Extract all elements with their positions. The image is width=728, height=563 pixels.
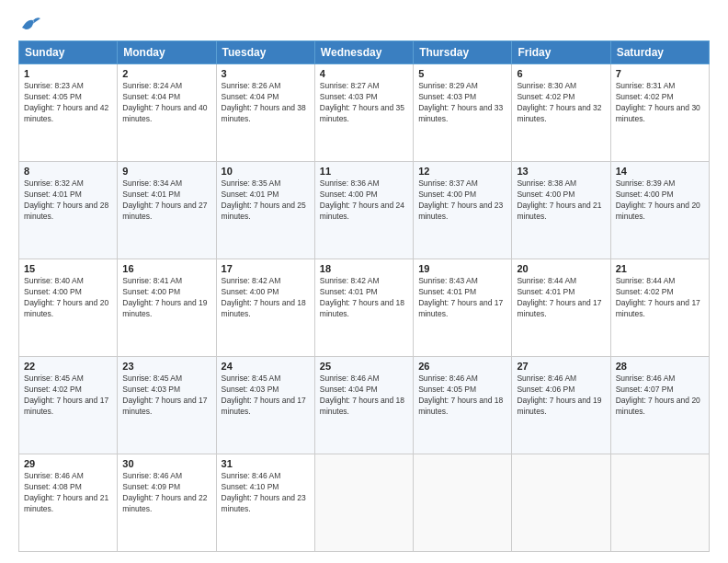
calendar-cell: 10Sunrise: 8:35 AMSunset: 4:01 PMDayligh…: [216, 162, 314, 259]
calendar-cell: 1Sunrise: 8:23 AMSunset: 4:05 PMDaylight…: [19, 64, 118, 162]
calendar-cell: 20Sunrise: 8:44 AMSunset: 4:01 PMDayligh…: [512, 259, 610, 357]
cell-text: Sunrise: 8:34 AMSunset: 4:01 PMDaylight:…: [122, 178, 207, 221]
day-number: 19: [418, 263, 506, 274]
cell-text: Sunrise: 8:24 AMSunset: 4:04 PMDaylight:…: [122, 81, 207, 123]
day-header-thursday: Thursday: [414, 41, 512, 64]
cell-text: Sunrise: 8:46 AMSunset: 4:07 PMDaylight:…: [616, 373, 700, 416]
cell-text: Sunrise: 8:27 AMSunset: 4:03 PMDaylight:…: [320, 81, 404, 123]
day-number: 5: [418, 68, 506, 79]
day-number: 2: [122, 68, 210, 79]
cell-text: Sunrise: 8:40 AMSunset: 4:00 PMDaylight:…: [24, 276, 108, 318]
calendar-cell: 9Sunrise: 8:34 AMSunset: 4:01 PMDaylight…: [118, 162, 216, 259]
day-number: 26: [418, 361, 506, 372]
day-number: 30: [122, 458, 210, 469]
day-number: 23: [122, 361, 210, 372]
calendar-cell: 27Sunrise: 8:46 AMSunset: 4:06 PMDayligh…: [512, 357, 610, 454]
cell-text: Sunrise: 8:32 AMSunset: 4:01 PMDaylight:…: [24, 178, 108, 221]
calendar-cell: 6Sunrise: 8:30 AMSunset: 4:02 PMDaylight…: [512, 64, 610, 162]
calendar-cell: 8Sunrise: 8:32 AMSunset: 4:01 PMDaylight…: [19, 162, 118, 259]
calendar-cell: [610, 454, 709, 552]
calendar-cell: 7Sunrise: 8:31 AMSunset: 4:02 PMDaylight…: [610, 64, 709, 162]
day-header-friday: Friday: [512, 41, 610, 64]
calendar-cell: 12Sunrise: 8:37 AMSunset: 4:00 PMDayligh…: [414, 162, 512, 259]
cell-text: Sunrise: 8:45 AMSunset: 4:03 PMDaylight:…: [222, 373, 306, 416]
day-number: 12: [418, 166, 506, 177]
day-number: 31: [222, 458, 310, 469]
day-number: 16: [122, 263, 210, 274]
calendar-cell: [512, 454, 610, 552]
calendar-cell: 18Sunrise: 8:42 AMSunset: 4:01 PMDayligh…: [314, 259, 413, 357]
cell-text: Sunrise: 8:29 AMSunset: 4:03 PMDaylight:…: [418, 81, 503, 123]
cell-text: Sunrise: 8:30 AMSunset: 4:02 PMDaylight:…: [517, 81, 601, 123]
calendar-week-3: 15Sunrise: 8:40 AMSunset: 4:00 PMDayligh…: [19, 259, 710, 357]
day-header-wednesday: Wednesday: [314, 41, 413, 64]
calendar-cell: 16Sunrise: 8:41 AMSunset: 4:00 PMDayligh…: [118, 259, 216, 357]
cell-text: Sunrise: 8:46 AMSunset: 4:08 PMDaylight:…: [24, 471, 108, 513]
calendar-cell: 5Sunrise: 8:29 AMSunset: 4:03 PMDaylight…: [414, 64, 512, 162]
cell-text: Sunrise: 8:45 AMSunset: 4:02 PMDaylight:…: [24, 373, 108, 416]
calendar-cell: 21Sunrise: 8:44 AMSunset: 4:02 PMDayligh…: [610, 259, 709, 357]
calendar-cell: 13Sunrise: 8:38 AMSunset: 4:00 PMDayligh…: [512, 162, 610, 259]
calendar-cell: 17Sunrise: 8:42 AMSunset: 4:00 PMDayligh…: [216, 259, 314, 357]
calendar-week-1: 1Sunrise: 8:23 AMSunset: 4:05 PMDaylight…: [19, 64, 710, 162]
calendar-cell: 26Sunrise: 8:46 AMSunset: 4:05 PMDayligh…: [414, 357, 512, 454]
cell-text: Sunrise: 8:37 AMSunset: 4:00 PMDaylight:…: [418, 178, 503, 221]
calendar-cell: [414, 454, 512, 552]
day-number: 4: [320, 68, 408, 79]
day-number: 27: [517, 361, 605, 372]
day-header-sunday: Sunday: [19, 41, 118, 64]
day-number: 20: [517, 263, 605, 274]
calendar-cell: 24Sunrise: 8:45 AMSunset: 4:03 PMDayligh…: [216, 357, 314, 454]
cell-text: Sunrise: 8:36 AMSunset: 4:00 PMDaylight:…: [320, 178, 404, 221]
day-number: 14: [616, 166, 704, 177]
cell-text: Sunrise: 8:46 AMSunset: 4:06 PMDaylight:…: [517, 373, 601, 416]
day-number: 29: [24, 458, 112, 469]
calendar-cell: 28Sunrise: 8:46 AMSunset: 4:07 PMDayligh…: [610, 357, 709, 454]
calendar-cell: 30Sunrise: 8:46 AMSunset: 4:09 PMDayligh…: [118, 454, 216, 552]
calendar-week-4: 22Sunrise: 8:45 AMSunset: 4:02 PMDayligh…: [19, 357, 710, 454]
cell-text: Sunrise: 8:38 AMSunset: 4:00 PMDaylight:…: [517, 178, 601, 221]
cell-text: Sunrise: 8:42 AMSunset: 4:01 PMDaylight:…: [320, 276, 404, 318]
logo-bird-icon: [20, 15, 40, 31]
cell-text: Sunrise: 8:26 AMSunset: 4:04 PMDaylight:…: [222, 81, 306, 123]
cell-text: Sunrise: 8:44 AMSunset: 4:02 PMDaylight:…: [616, 276, 700, 318]
calendar-cell: 2Sunrise: 8:24 AMSunset: 4:04 PMDaylight…: [118, 64, 216, 162]
day-number: 6: [517, 68, 605, 79]
calendar-cell: 23Sunrise: 8:45 AMSunset: 4:03 PMDayligh…: [118, 357, 216, 454]
cell-text: Sunrise: 8:44 AMSunset: 4:01 PMDaylight:…: [517, 276, 601, 318]
cell-text: Sunrise: 8:31 AMSunset: 4:02 PMDaylight:…: [616, 81, 700, 123]
cell-text: Sunrise: 8:46 AMSunset: 4:05 PMDaylight:…: [418, 373, 503, 416]
calendar-cell: 31Sunrise: 8:46 AMSunset: 4:10 PMDayligh…: [216, 454, 314, 552]
day-number: 21: [616, 263, 704, 274]
calendar-cell: 25Sunrise: 8:46 AMSunset: 4:04 PMDayligh…: [314, 357, 413, 454]
day-number: 9: [122, 166, 210, 177]
calendar-cell: 3Sunrise: 8:26 AMSunset: 4:04 PMDaylight…: [216, 64, 314, 162]
cell-text: Sunrise: 8:23 AMSunset: 4:05 PMDaylight:…: [24, 81, 108, 123]
day-number: 18: [320, 263, 408, 274]
day-number: 8: [24, 166, 112, 177]
day-number: 11: [320, 166, 408, 177]
calendar-cell: 19Sunrise: 8:43 AMSunset: 4:01 PMDayligh…: [414, 259, 512, 357]
day-number: 13: [517, 166, 605, 177]
cell-text: Sunrise: 8:46 AMSunset: 4:09 PMDaylight:…: [122, 471, 207, 513]
day-number: 7: [616, 68, 704, 79]
calendar-cell: 11Sunrise: 8:36 AMSunset: 4:00 PMDayligh…: [314, 162, 413, 259]
calendar-cell: 15Sunrise: 8:40 AMSunset: 4:00 PMDayligh…: [19, 259, 118, 357]
calendar-cell: 4Sunrise: 8:27 AMSunset: 4:03 PMDaylight…: [314, 64, 413, 162]
day-number: 17: [222, 263, 310, 274]
cell-text: Sunrise: 8:39 AMSunset: 4:00 PMDaylight:…: [616, 178, 700, 221]
day-number: 3: [222, 68, 310, 79]
day-number: 15: [24, 263, 112, 274]
calendar-header-row: SundayMondayTuesdayWednesdayThursdayFrid…: [19, 41, 710, 64]
calendar-cell: [314, 454, 413, 552]
calendar-cell: 22Sunrise: 8:45 AMSunset: 4:02 PMDayligh…: [19, 357, 118, 454]
day-number: 22: [24, 361, 112, 372]
cell-text: Sunrise: 8:45 AMSunset: 4:03 PMDaylight:…: [122, 373, 207, 416]
day-number: 25: [320, 361, 408, 372]
cell-text: Sunrise: 8:35 AMSunset: 4:01 PMDaylight:…: [222, 178, 306, 221]
day-number: 10: [222, 166, 310, 177]
cell-text: Sunrise: 8:43 AMSunset: 4:01 PMDaylight:…: [418, 276, 503, 318]
cell-text: Sunrise: 8:46 AMSunset: 4:10 PMDaylight:…: [222, 471, 306, 513]
cell-text: Sunrise: 8:42 AMSunset: 4:00 PMDaylight:…: [222, 276, 306, 318]
day-number: 1: [24, 68, 112, 79]
